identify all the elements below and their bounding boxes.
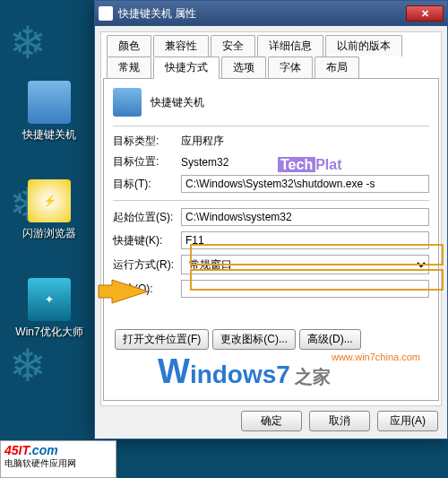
- target-input[interactable]: [181, 175, 429, 193]
- svg-marker-3: [99, 280, 148, 303]
- open-file-location-button[interactable]: 打开文件位置(F): [115, 329, 209, 350]
- footer-subtitle: 电脑软硬件应用网: [4, 457, 112, 470]
- start-in-input[interactable]: [181, 208, 429, 226]
- watermark-url: www.win7china.com: [332, 352, 420, 362]
- tab-layout[interactable]: 布局: [314, 56, 359, 79]
- tab-color[interactable]: 颜色: [107, 35, 151, 56]
- tab-row-1: 颜色 兼容性 安全 详细信息 以前的版本: [103, 34, 439, 56]
- shortcut-tab-pane: 快捷键关机 目标类型: 应用程序 目标位置: System32 目标(T): 起…: [103, 78, 439, 401]
- advanced-button[interactable]: 高级(D)...: [299, 329, 361, 350]
- shortcut-key-input[interactable]: [181, 231, 429, 249]
- tab-options[interactable]: 选项: [221, 56, 266, 79]
- window-icon: [99, 6, 113, 21]
- tab-row-2: 常规 快捷方式 选项 字体 布局: [103, 56, 439, 78]
- desktop-icon-label: Win7优化大师: [13, 325, 85, 340]
- close-button[interactable]: ✕: [406, 5, 444, 22]
- svg-text:❄: ❄: [9, 341, 47, 391]
- tab-security[interactable]: 安全: [211, 35, 255, 56]
- desktop-icon-browser[interactable]: ⚡ 闪游浏览器: [13, 179, 85, 241]
- cancel-button[interactable]: 取消: [309, 411, 370, 431]
- tab-font[interactable]: 字体: [268, 56, 313, 79]
- shortcut-icon: [113, 88, 142, 117]
- comment-input[interactable]: [181, 280, 429, 298]
- annotation-arrow-icon: [94, 278, 148, 305]
- snowflake-icon: ❄: [9, 18, 63, 72]
- shortcut-name: 快捷键关机: [151, 95, 204, 110]
- run-label: 运行方式(R):: [113, 257, 181, 273]
- app-icon: ⚡: [28, 179, 71, 222]
- tab-previous[interactable]: 以前的版本: [325, 35, 402, 56]
- tab-shortcut[interactable]: 快捷方式: [153, 56, 220, 79]
- shortcut-icon: [28, 81, 71, 124]
- target-label: 目标(T):: [113, 177, 181, 192]
- desktop-icon-win7master[interactable]: ✦ Win7优化大师: [13, 278, 85, 340]
- shortcut-key-label: 快捷键(K):: [113, 233, 181, 248]
- target-loc-label: 目标位置:: [113, 154, 181, 169]
- desktop-icon-label: 快捷键关机: [13, 127, 85, 143]
- change-icon-button[interactable]: 更改图标(C)...: [212, 329, 296, 350]
- footer-site-logo: 45IT.com 电脑软硬件应用网: [0, 440, 116, 478]
- apply-button[interactable]: 应用(A): [377, 411, 438, 431]
- desktop-icon-label: 闪游浏览器: [13, 226, 85, 241]
- start-in-label: 起始位置(S):: [113, 210, 181, 225]
- watermark-brand: Windows7 之家: [158, 352, 331, 391]
- window-title: 快捷键关机 属性: [118, 6, 196, 22]
- snowflake-icon: ❄: [9, 341, 63, 395]
- target-type-value: 应用程序: [181, 134, 429, 149]
- ok-button[interactable]: 确定: [241, 411, 302, 431]
- run-select[interactable]: 常规窗口: [181, 255, 429, 274]
- properties-dialog: 快捷键关机 属性 ✕ 颜色 兼容性 安全 详细信息 以前的版本 常规 快捷方式 …: [94, 0, 448, 439]
- app-icon: ✦: [28, 278, 71, 321]
- tab-compat[interactable]: 兼容性: [153, 35, 209, 56]
- desktop-icon-shortcut-shutdown[interactable]: 快捷键关机: [13, 81, 85, 143]
- svg-text:❄: ❄: [9, 18, 47, 68]
- tab-details[interactable]: 详细信息: [257, 35, 323, 56]
- titlebar[interactable]: 快捷键关机 属性 ✕: [95, 1, 447, 26]
- target-type-label: 目标类型:: [113, 134, 181, 149]
- watermark-techplat: TechPlat: [278, 157, 342, 173]
- tab-general[interactable]: 常规: [107, 56, 151, 79]
